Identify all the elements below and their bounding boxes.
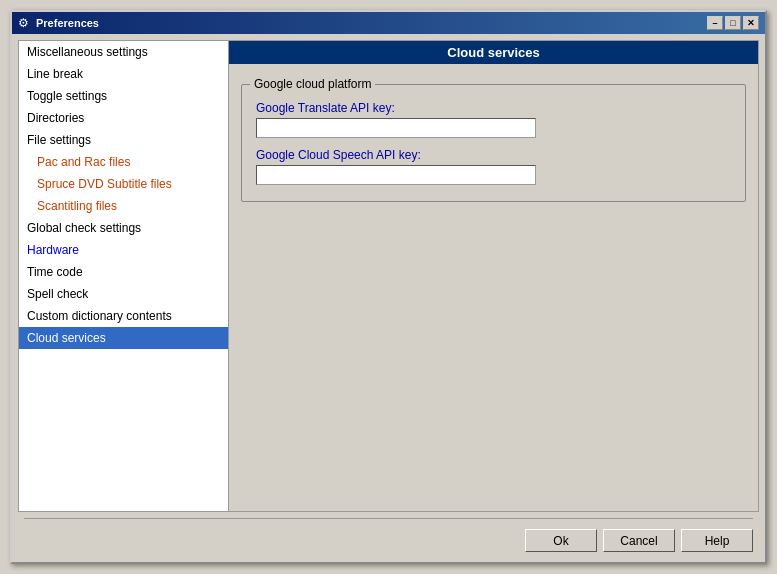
bottom-bar: Ok Cancel Help	[18, 525, 759, 556]
help-button[interactable]: Help	[681, 529, 753, 552]
title-bar: ⚙ Preferences – □ ✕	[12, 12, 765, 34]
sidebar-item-miscellaneous[interactable]: Miscellaneous settings	[19, 41, 228, 63]
main-header: Cloud services	[229, 41, 758, 64]
label-translate-api: Google Translate API key:	[256, 101, 731, 115]
label-speech-api: Google Cloud Speech API key:	[256, 148, 731, 162]
input-speech-api[interactable]	[256, 165, 536, 185]
sidebar-item-directories[interactable]: Directories	[19, 107, 228, 129]
sidebar-item-spell-check[interactable]: Spell check	[19, 283, 228, 305]
sidebar-item-file-settings[interactable]: File settings	[19, 129, 228, 151]
preferences-window: ⚙ Preferences – □ ✕ Miscellaneous settin…	[10, 10, 767, 564]
maximize-button[interactable]: □	[725, 16, 741, 30]
input-translate-api[interactable]	[256, 118, 536, 138]
group-legend: Google cloud platform	[250, 77, 375, 91]
google-cloud-group: Google cloud platform Google Translate A…	[241, 84, 746, 202]
sidebar-item-global-check[interactable]: Global check settings	[19, 217, 228, 239]
cancel-button[interactable]: Cancel	[603, 529, 675, 552]
sidebar-item-scantitling[interactable]: Scantitling files	[19, 195, 228, 217]
main-content: Google cloud platform Google Translate A…	[229, 64, 758, 511]
close-button[interactable]: ✕	[743, 16, 759, 30]
main-panel: Cloud services Google cloud platform Goo…	[228, 40, 759, 512]
sidebar-item-toggle[interactable]: Toggle settings	[19, 85, 228, 107]
ok-button[interactable]: Ok	[525, 529, 597, 552]
divider	[24, 518, 753, 519]
sidebar-item-hardware[interactable]: Hardware	[19, 239, 228, 261]
app-icon: ⚙	[18, 16, 32, 30]
sidebar-item-custom-dict[interactable]: Custom dictionary contents	[19, 305, 228, 327]
sidebar-item-line-break[interactable]: Line break	[19, 63, 228, 85]
sidebar-item-cloud-services[interactable]: Cloud services	[19, 327, 228, 349]
sidebar-item-time-code[interactable]: Time code	[19, 261, 228, 283]
window-title: Preferences	[36, 17, 99, 29]
minimize-button[interactable]: –	[707, 16, 723, 30]
title-bar-buttons: – □ ✕	[707, 16, 759, 30]
content-area: Miscellaneous settingsLine breakToggle s…	[18, 40, 759, 512]
window-body: Miscellaneous settingsLine breakToggle s…	[12, 34, 765, 562]
sidebar-item-pac-rac[interactable]: Pac and Rac files	[19, 151, 228, 173]
title-bar-left: ⚙ Preferences	[18, 16, 99, 30]
sidebar-item-spruce-dvd[interactable]: Spruce DVD Subtitle files	[19, 173, 228, 195]
sidebar: Miscellaneous settingsLine breakToggle s…	[18, 40, 228, 512]
